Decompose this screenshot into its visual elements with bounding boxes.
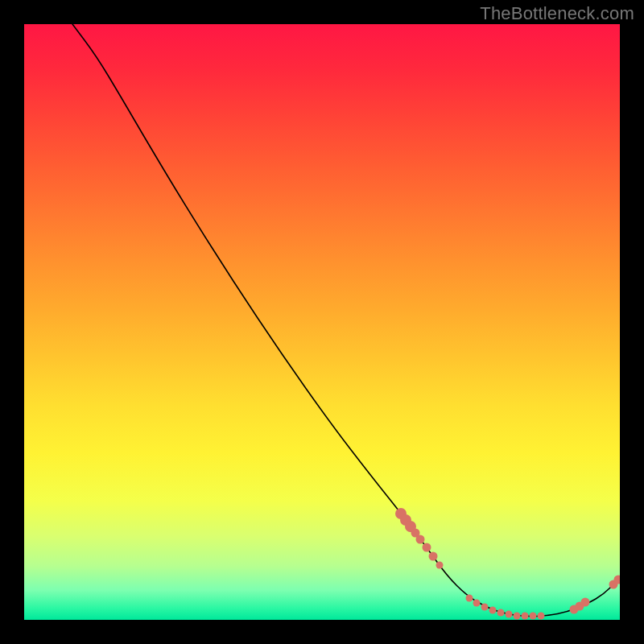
data-point <box>466 595 473 602</box>
data-point <box>416 535 425 544</box>
chart-svg <box>24 24 620 620</box>
data-point <box>506 611 513 618</box>
plot-area <box>24 24 620 620</box>
data-point <box>481 604 489 611</box>
chart-frame: TheBottleneck.com <box>0 0 644 644</box>
data-point <box>538 613 545 620</box>
watermark-text: TheBottleneck.com <box>480 3 634 24</box>
data-point <box>497 609 505 617</box>
data-point <box>429 552 438 561</box>
data-point <box>581 598 590 607</box>
data-point <box>522 613 529 620</box>
data-point <box>489 607 497 614</box>
data-point <box>423 543 431 552</box>
bottleneck-curve <box>72 24 620 617</box>
data-point <box>473 600 481 607</box>
data-point <box>436 562 444 569</box>
data-point <box>530 613 537 620</box>
data-points-group <box>395 508 620 620</box>
data-point <box>514 613 521 620</box>
